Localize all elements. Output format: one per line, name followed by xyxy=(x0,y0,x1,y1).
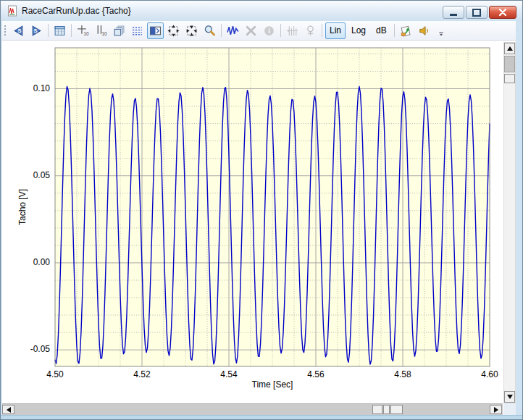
chart-area: Tacho [V] Time [Sec] 0.100.050 xyxy=(1,41,522,415)
zoom-in-button[interactable] xyxy=(183,22,200,39)
scroll-left-button[interactable] xyxy=(2,405,14,414)
data-table-button[interactable] xyxy=(51,22,68,39)
toolbar-separator xyxy=(280,24,281,37)
x-tick-label: 4.50 xyxy=(33,369,77,379)
zoom-out-button[interactable] xyxy=(165,22,182,39)
signal-trace-button[interactable] xyxy=(225,22,241,39)
split-panels-icon xyxy=(149,25,162,37)
spectrum-cursor-button xyxy=(284,22,301,39)
scroll-down-button[interactable] xyxy=(504,391,515,403)
close-icon xyxy=(498,7,507,18)
vertical-scroll-splitter[interactable] xyxy=(504,74,515,83)
cascade-view-button[interactable] xyxy=(111,22,127,39)
window-frame-right xyxy=(516,21,522,415)
overflow-chevron-icon xyxy=(437,29,445,38)
svg-text:S: S xyxy=(18,28,22,34)
svg-text:10: 10 xyxy=(84,30,89,35)
toolbar-separator xyxy=(71,24,72,37)
x-cursor-button[interactable]: 10 xyxy=(75,22,91,39)
scroll-left-icon xyxy=(7,407,11,413)
svg-text:10: 10 xyxy=(102,30,107,35)
cursor-lines-10-icon: 10 xyxy=(95,25,107,37)
x-tick-label: 4.52 xyxy=(120,369,164,379)
app-window: RaceCarRunUp.dac {Tacho} SS1010iLinLogdB… xyxy=(0,0,523,420)
toolbar-separator xyxy=(48,24,49,37)
arrow-right-s-icon: S xyxy=(30,25,43,37)
db-scale-button[interactable]: dB xyxy=(372,22,391,39)
window-title: RaceCarRunUp.dac {Tacho} xyxy=(22,6,131,16)
horizontal-scroll-thumb-2[interactable] xyxy=(390,405,403,414)
speaker-icon xyxy=(418,25,430,37)
play-audio-button[interactable] xyxy=(416,22,432,39)
probe-icon xyxy=(304,25,317,37)
zoom-in-icon xyxy=(185,25,198,37)
next-record-button[interactable]: S xyxy=(28,22,45,39)
table-grid-icon xyxy=(54,25,66,37)
zoom-select-button[interactable] xyxy=(201,22,218,39)
y-tick-label: -0.05 xyxy=(1,344,50,354)
toolbar-separator xyxy=(221,24,222,37)
title-bar[interactable]: RaceCarRunUp.dac {Tacho} xyxy=(1,1,522,22)
prev-record-button[interactable]: S xyxy=(10,22,27,39)
window-frame-left xyxy=(1,21,2,415)
toolbar-separator xyxy=(322,24,322,37)
horizontal-scrollbar[interactable] xyxy=(1,403,503,415)
window-controls xyxy=(443,6,516,19)
lin-scale-button[interactable]: Lin xyxy=(325,22,346,39)
export-doc-icon xyxy=(400,25,412,37)
y-axis-title: Tacho [V] xyxy=(17,189,28,225)
toolbar-separator xyxy=(394,24,395,37)
log-scale-button[interactable]: Log xyxy=(347,22,370,39)
vertical-scrollbar[interactable] xyxy=(503,42,516,403)
waveform-icon xyxy=(227,25,239,37)
horizontal-scroll-thumb[interactable] xyxy=(372,405,382,414)
info-circle-icon: i xyxy=(263,25,275,37)
x-tick-label: 4.60 xyxy=(468,369,511,379)
restore-icon xyxy=(472,9,481,17)
waveform-document-icon xyxy=(7,5,18,17)
zoom-out-icon xyxy=(167,25,180,37)
window-frame-bottom xyxy=(1,415,522,419)
toolbar: SS1010iLinLogdB xyxy=(1,21,522,41)
export-button[interactable] xyxy=(398,22,414,39)
scroll-up-button[interactable] xyxy=(504,43,515,54)
x-axis-title: Time [Sec] xyxy=(55,379,490,390)
y-tick-label: 0.05 xyxy=(1,170,50,180)
x-tick-label: 4.58 xyxy=(381,369,424,379)
scroll-right-icon xyxy=(494,407,498,413)
scroll-up-icon xyxy=(507,46,513,51)
tacho-waveform-plot[interactable] xyxy=(1,41,503,403)
info-button: i xyxy=(261,22,277,39)
magnifier-icon xyxy=(204,25,216,37)
toolbar-grip[interactable] xyxy=(4,25,7,36)
x-tick-label: 4.54 xyxy=(207,369,251,379)
minimize-button[interactable] xyxy=(443,6,464,19)
delete-button xyxy=(243,22,259,39)
harmonic-cursor-button[interactable]: 10 xyxy=(93,22,109,39)
scroll-right-button[interactable] xyxy=(490,405,502,414)
dashed-rows-icon xyxy=(131,25,143,37)
y-tick-label: 0.00 xyxy=(1,257,50,267)
arrow-left-s-icon: S xyxy=(12,25,25,37)
probe-button xyxy=(302,22,319,39)
horizontal-scroll-splitter[interactable] xyxy=(383,405,390,414)
x-tick-label: 4.56 xyxy=(294,369,338,379)
vertical-scroll-thumb[interactable] xyxy=(504,56,515,72)
dashed-display-button[interactable] xyxy=(129,22,146,39)
cascade-pages-icon xyxy=(113,25,125,37)
plot-background xyxy=(55,48,490,366)
svg-text:S: S xyxy=(33,28,37,34)
y-tick-label: 0.10 xyxy=(1,83,50,93)
scroll-down-icon xyxy=(507,395,513,399)
cursor-cross-10-icon: 10 xyxy=(77,25,89,37)
close-button[interactable] xyxy=(489,6,516,19)
split-view-button[interactable] xyxy=(147,22,164,39)
comb-filter-icon xyxy=(286,25,298,37)
restore-button[interactable] xyxy=(466,6,488,19)
minimize-icon xyxy=(450,14,457,16)
svg-text:i: i xyxy=(268,27,270,35)
cut-x-icon xyxy=(245,25,257,37)
toolbar-overflow-button[interactable] xyxy=(436,27,446,40)
